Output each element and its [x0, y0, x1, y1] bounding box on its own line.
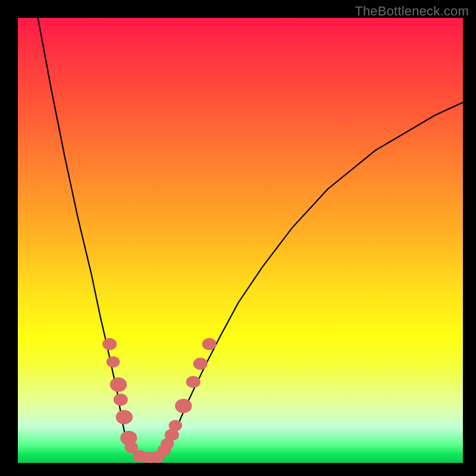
marker-point: [116, 410, 133, 424]
chart-frame: TheBottleneck.com: [0, 0, 476, 476]
chart-svg: [18, 18, 463, 463]
marker-point: [169, 420, 182, 431]
marker-point: [202, 338, 217, 350]
watermark-text: TheBottleneck.com: [355, 4, 469, 19]
marker-point: [193, 358, 208, 369]
marker-point: [110, 377, 127, 392]
marker-point: [186, 376, 201, 388]
marker-point: [107, 356, 120, 368]
highlight-markers: [102, 338, 217, 463]
left-curve: [38, 18, 152, 459]
right-curve: [152, 102, 463, 459]
marker-point: [102, 338, 117, 350]
marker-point: [114, 394, 128, 406]
marker-point: [175, 399, 192, 413]
plot-area: [18, 18, 463, 463]
